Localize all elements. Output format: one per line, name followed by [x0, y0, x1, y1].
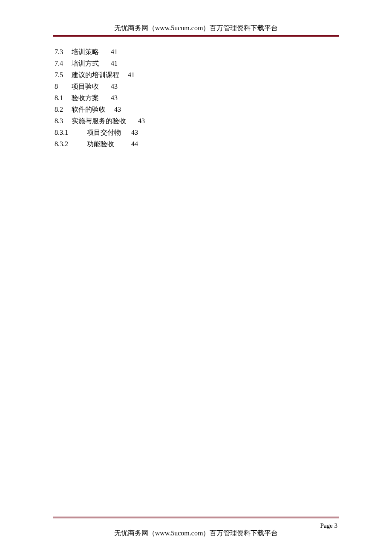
toc-entry: 8.3.1项目交付物43: [55, 127, 145, 138]
toc-entry: 7.4培训方式41: [55, 58, 145, 69]
toc-entry: 8.2软件的验收43: [55, 104, 145, 115]
toc-page: 41: [128, 69, 135, 81]
header-rule: [53, 35, 339, 37]
document-page: 无忧商务网（www.5ucom.com）百万管理资料下载平台 7.3培训策略41…: [0, 0, 392, 555]
toc-number: 8.3.2: [55, 138, 87, 150]
toc-title: 项目交付物: [87, 127, 131, 138]
toc-title: 建议的培训课程: [72, 69, 128, 81]
toc-page: 43: [111, 92, 118, 104]
page-number: Page 3: [320, 522, 337, 529]
toc-page: 41: [111, 58, 118, 69]
toc-page: 44: [131, 138, 138, 150]
toc-entry: 8.3.2功能验收44: [55, 138, 145, 150]
page-header: 无忧商务网（www.5ucom.com）百万管理资料下载平台: [0, 24, 392, 33]
toc-page: 43: [114, 104, 121, 115]
toc-title: 功能验收: [87, 138, 131, 150]
toc-number: 8: [55, 81, 72, 92]
toc-title: 实施与服务的验收: [72, 115, 138, 127]
toc-title: 培训方式: [72, 58, 111, 69]
toc-number: 7.5: [55, 69, 72, 81]
toc-number: 8.3.1: [55, 127, 87, 138]
toc-number: 8.1: [55, 92, 72, 104]
toc-title: 项目验收: [72, 81, 111, 92]
header-text: 无忧商务网（www.5ucom.com）百万管理资料下载平台: [114, 24, 278, 32]
table-of-contents: 7.3培训策略417.4培训方式417.5建议的培训课程418项目验收438.1…: [55, 46, 145, 150]
toc-page: 43: [138, 115, 145, 127]
toc-entry: 7.3培训策略41: [55, 46, 145, 58]
footer-text: 无忧商务网（www.5ucom.com）百万管理资料下载平台: [0, 529, 392, 538]
toc-title: 软件的验收: [72, 104, 114, 115]
toc-number: 7.3: [55, 46, 72, 58]
toc-number: 8.2: [55, 104, 72, 115]
toc-title: 培训策略: [72, 46, 111, 58]
toc-number: 8.3: [55, 115, 72, 127]
toc-title: 验收方案: [72, 92, 111, 104]
toc-page: 41: [111, 46, 118, 58]
footer-rule: [53, 517, 339, 518]
toc-page: 43: [111, 81, 118, 92]
toc-page: 43: [131, 127, 138, 138]
toc-entry: 8.1验收方案43: [55, 92, 145, 104]
toc-entry: 8项目验收43: [55, 81, 145, 92]
toc-entry: 8.3实施与服务的验收43: [55, 115, 145, 127]
toc-number: 7.4: [55, 58, 72, 69]
toc-entry: 7.5建议的培训课程41: [55, 69, 145, 81]
